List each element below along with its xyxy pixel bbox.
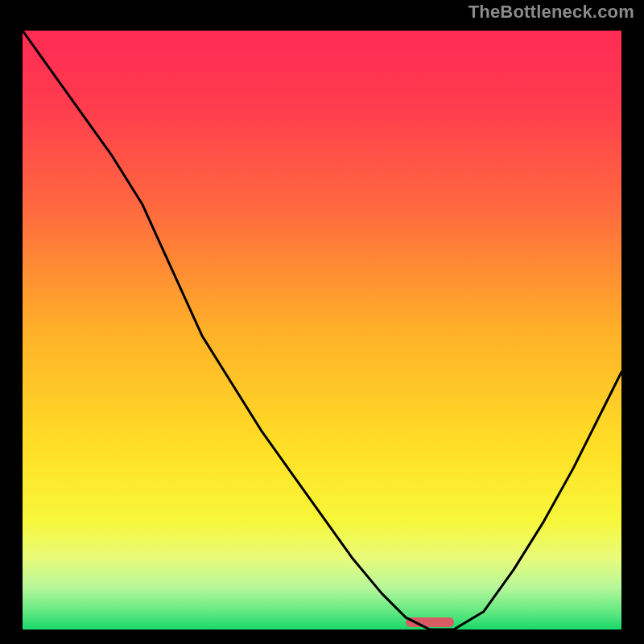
bottleneck-curve <box>23 31 621 630</box>
plot-area <box>23 31 621 630</box>
watermark-text: TheBottleneck.com <box>469 2 634 23</box>
plot-frame <box>16 24 628 636</box>
